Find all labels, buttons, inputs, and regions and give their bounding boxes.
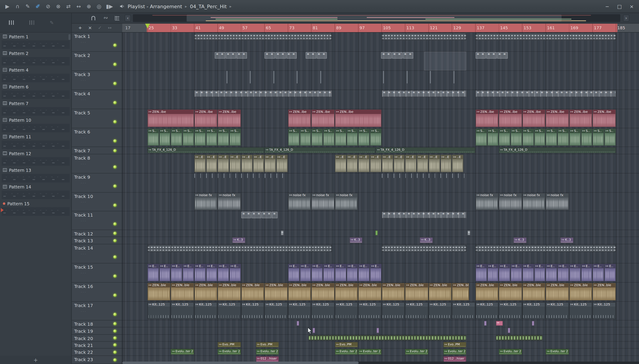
- track-header[interactable]: Track 22: [72, 348, 122, 356]
- clip[interactable]: ↦: [281, 230, 283, 236]
- clip[interactable]: ↦ZEN..ble: [241, 283, 264, 300]
- clip[interactable]: ↦S..: [229, 128, 241, 146]
- pattern-picker-icon[interactable]: [9, 20, 14, 25]
- clip[interactable]: ↦ZEN..ble: [311, 283, 335, 300]
- track-mute-led[interactable]: [113, 184, 117, 188]
- clip[interactable]: ↦Kit..125: [405, 302, 428, 319]
- track-name[interactable]: Track 22: [74, 350, 93, 355]
- clip[interactable]: ↦E..: [569, 264, 581, 281]
- track-name[interactable]: Track 20: [74, 336, 93, 341]
- clip[interactable]: [313, 328, 315, 333]
- clip[interactable]: ↦S..: [499, 128, 510, 146]
- clip[interactable]: ↦Kit..125: [148, 302, 171, 319]
- track-name[interactable]: Track 13: [74, 238, 93, 244]
- track-name[interactable]: Track 1: [74, 34, 90, 39]
- playback-tool-icon[interactable]: ▮▶: [106, 3, 113, 10]
- clip[interactable]: ↦..E: [417, 155, 428, 172]
- clip[interactable]: ↦E..: [311, 264, 323, 281]
- clip[interactable]: ↦ZEN..ibe: [569, 110, 592, 127]
- clip[interactable]: ↦noise fx: [335, 193, 358, 210]
- draw-tool-icon[interactable]: ✎: [25, 3, 31, 10]
- track-header[interactable]: Track 12: [72, 230, 122, 237]
- clip[interactable]: ↦ZEN..ble: [522, 283, 545, 300]
- track-mute-led[interactable]: [113, 329, 117, 332]
- clip[interactable]: ↦Kit..125: [194, 302, 217, 319]
- clip[interactable]: ↦ZEN..ibe: [288, 110, 311, 127]
- track-name[interactable]: Track 23: [74, 357, 93, 362]
- clip[interactable]: ↦S..: [511, 128, 522, 146]
- clip[interactable]: ↦S..: [194, 128, 206, 146]
- clip[interactable]: ↦S..: [358, 128, 370, 146]
- clip[interactable]: ↦S..: [475, 128, 487, 146]
- track-mute-led[interactable]: [113, 350, 117, 354]
- track-mute-led[interactable]: [113, 274, 117, 278]
- clip[interactable]: ↦E..: [487, 264, 499, 281]
- pattern-clip[interactable]: ≡ ≡: [392, 52, 403, 58]
- clip[interactable]: ↦E..: [475, 264, 487, 281]
- track-mute-led[interactable]: [113, 232, 117, 235]
- track-mute-led[interactable]: [113, 313, 117, 316]
- track-name[interactable]: Track 17: [74, 303, 93, 308]
- clip[interactable]: ↦..E: [393, 155, 405, 172]
- clip[interactable]: ↦S..: [218, 128, 229, 146]
- clip[interactable]: ↦..E: [370, 155, 381, 172]
- pattern-clip[interactable]: ≡ ≡: [305, 52, 316, 58]
- clip[interactable]: ↦S..: [206, 128, 217, 146]
- clip[interactable]: ↦TA_FX_4_126_D: [376, 148, 475, 153]
- clip[interactable]: ↦Kit..125: [475, 302, 499, 319]
- arrangement-overview-scrollbar[interactable]: [133, 14, 620, 22]
- pattern-clip[interactable]: ≡ ≡: [265, 52, 275, 58]
- pattern-clip[interactable]: ≡ ≡: [262, 212, 271, 218]
- track-name[interactable]: Track 14: [74, 246, 93, 251]
- clip[interactable]: ↦..E: [452, 155, 464, 172]
- track-mute-led[interactable]: [113, 101, 117, 104]
- pattern-item[interactable]: Pattern 6: [0, 83, 71, 99]
- minimize-button[interactable]: −: [604, 4, 610, 9]
- pattern-clip[interactable]: ≡ ≡: [251, 212, 261, 218]
- clip[interactable]: [496, 335, 542, 340]
- clip[interactable]: [377, 328, 379, 333]
- track-mute-led[interactable]: [113, 336, 117, 340]
- clip[interactable]: ↦ZEN..ibe: [546, 110, 569, 127]
- clip[interactable]: ↦ZEN..ble: [546, 283, 569, 300]
- clip[interactable]: ↦K..3: [420, 238, 433, 243]
- clip[interactable]: ↦ZEN..ble: [171, 283, 194, 300]
- clip[interactable]: ↦ZEN..ibe: [194, 110, 217, 127]
- pattern-item[interactable]: Pattern 1: [0, 32, 71, 49]
- clip[interactable]: ↦S..: [300, 128, 311, 146]
- pattern-item[interactable]: Pattern 11: [0, 133, 71, 150]
- clip[interactable]: ↦ZEN..ble: [382, 283, 405, 300]
- delete-tool-icon[interactable]: ⊘: [45, 3, 51, 10]
- clip[interactable]: ↦..E: [253, 155, 264, 172]
- clip[interactable]: ↦TA_FX_4_126_D: [499, 148, 616, 153]
- track-header[interactable]: Track 3···: [72, 71, 122, 90]
- scroll-right-button[interactable]: ›: [623, 15, 629, 22]
- track-mute-led[interactable]: [113, 256, 117, 259]
- selection-highlight[interactable]: [424, 52, 466, 70]
- clip[interactable]: ↦: [467, 230, 470, 236]
- grid-options-icon[interactable]: [115, 16, 119, 20]
- track-header[interactable]: Track 16···: [72, 283, 122, 302]
- clip[interactable]: ↦Kit..125: [499, 302, 522, 319]
- clip[interactable]: ↦K..3: [232, 238, 245, 243]
- maximize-button[interactable]: □: [616, 4, 622, 9]
- clip[interactable]: ↦Kit..125: [171, 302, 194, 319]
- clip[interactable]: ↦..E: [276, 155, 287, 172]
- track-header[interactable]: Track 17···: [72, 302, 122, 320]
- track-header[interactable]: Track 7: [72, 147, 122, 154]
- clip[interactable]: ↦..E: [241, 155, 252, 172]
- close-button[interactable]: ×: [628, 4, 635, 9]
- pattern-clip[interactable]: ≡ ≡: [316, 52, 327, 58]
- horizontal-scrollbar-handle[interactable]: [122, 362, 359, 364]
- pattern-clip[interactable]: ≡ ≡: [475, 52, 486, 58]
- clip[interactable]: ↦E..: [288, 264, 299, 281]
- clip[interactable]: ↦ZEN..ibe: [475, 110, 499, 127]
- mixer-view-icon[interactable]: [29, 20, 34, 25]
- clip[interactable]: ↦Kit..125: [452, 302, 475, 319]
- clip[interactable]: [194, 33, 332, 40]
- pattern-clip[interactable]: ≡ ≡: [381, 52, 392, 58]
- clip-lanes[interactable]: ≡ ≡≡ ≡≡ ≡≡ ≡≡ ≡≡ ≡≡ ≡≡ ≡≡ ≡≡ ≡≡ ≡≡ ≡≡ ≡≡…: [122, 32, 639, 364]
- clip[interactable]: ↦ZEN..ble: [194, 283, 217, 300]
- clip[interactable]: ↦E..: [358, 264, 370, 281]
- clip[interactable]: ↦Kit..125: [265, 302, 288, 319]
